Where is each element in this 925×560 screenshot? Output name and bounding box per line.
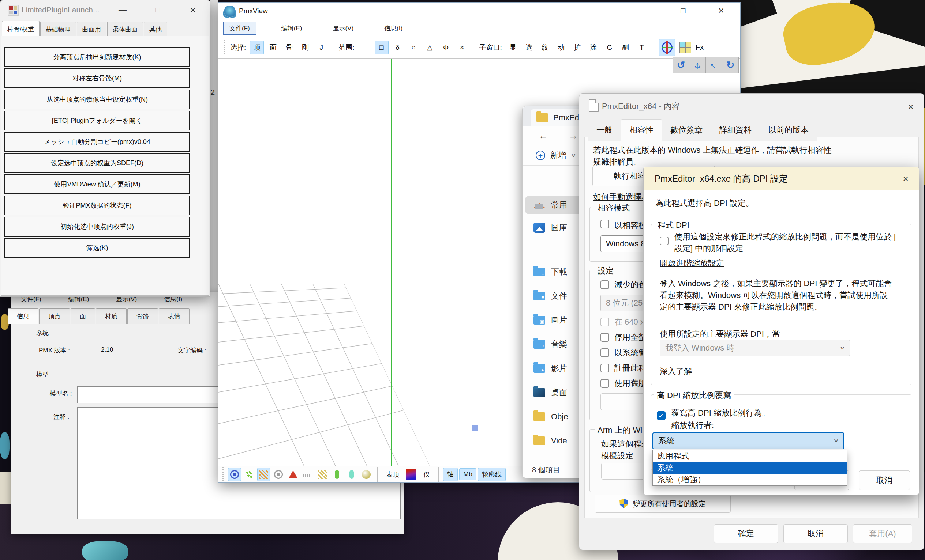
dropdown-option-3[interactable]: 系統（增強） [653,474,847,485]
grey-ring-button[interactable] [272,468,285,481]
plugin-button-7[interactable]: 使用VMDView 确认／更新(M) [5,174,190,194]
toolbar-mode-button[interactable]: 动 [554,41,568,54]
editor-tab-6[interactable]: 表情 [159,308,190,324]
pmxview-menu-3[interactable]: 显示(V) [327,22,359,35]
toolbar-mode-button[interactable]: × [455,41,469,54]
cancel-button[interactable]: 取消 [783,524,848,543]
plugin-button-2[interactable]: 对称左右骨骼(M) [5,68,190,88]
apply-button[interactable]: 套用(A) [853,524,912,543]
properties-tab-4[interactable]: 詳細資料 [711,121,760,141]
toolbar-mode-button[interactable]: ○ [407,41,421,54]
sidebar-item-下載[interactable]: ↓下載 [526,263,585,281]
learn-more-link[interactable]: 深入了解 [660,366,692,377]
sidebar-item-音樂[interactable]: ♪音樂 [526,336,585,353]
properties-tab-1[interactable]: 一般 [588,121,621,141]
dpi-when-dropdown[interactable]: 我登入 Windows 時∨ [660,339,850,356]
fx-button[interactable]: Fx [696,43,704,51]
plugin-tab-3[interactable]: 曲面用 [77,21,107,37]
use-setting-checkbox[interactable] [660,237,669,245]
settings-checkbox[interactable] [600,348,609,357]
toolbar-mode-button[interactable]: □ [375,41,389,54]
plugin-tab-4[interactable]: 柔体曲面 [107,21,143,37]
back-icon[interactable]: ← [539,130,548,141]
axis-view-button[interactable] [658,39,675,56]
red-triangle-button[interactable] [286,468,300,481]
advanced-scaling-link[interactable]: 開啟進階縮放設定 [660,258,724,269]
vertex-point-button[interactable] [228,468,241,481]
plugin-tab-2[interactable]: 基础物理 [40,21,76,37]
grey-wave-button[interactable] [301,468,314,481]
green-capsule-button[interactable] [330,468,343,481]
editor-tab-3[interactable]: 面 [71,308,95,324]
toolbar-mode-button[interactable]: 刚 [298,41,312,54]
toolbar-mode-button[interactable]: 骨 [282,41,296,54]
pan-icon[interactable]: ↔↕ [689,57,706,74]
editor-tab-5[interactable]: 骨骼 [127,308,158,324]
maximize-icon[interactable]: □ [675,3,691,18]
gradient-material-button[interactable] [405,468,418,481]
scaling-performed-by-dropdown[interactable]: 系統∨ [652,432,844,449]
cyan-capsule-button[interactable] [345,468,358,481]
sidebar-item-文件[interactable]: ≡文件 [526,287,585,305]
plugin-tab-5[interactable]: 其他 [144,21,167,37]
maximize-icon[interactable]: □ [150,3,166,17]
settings-checkbox[interactable] [600,379,609,388]
plugin-button-9[interactable]: 初始化选中顶点的权重(J) [5,217,190,237]
dpi-cancel-button[interactable]: 取消 [859,470,910,490]
rotate-icon[interactable]: ↻ [722,57,739,74]
toolbar-grip[interactable] [222,467,224,482]
sidebar-item-桌面[interactable]: 桌面 [526,384,585,401]
dropdown-option-2[interactable]: 系統 [653,462,847,474]
sidebar-item-常用[interactable]: 常用 [526,196,585,214]
plugin-button-5[interactable]: メッシュ自動分割コピー(pmx)v0.04 [5,132,190,152]
toolbar-mode-button[interactable]: 顶 [250,41,264,54]
sidebar-item-圖庫[interactable]: 圖庫 [526,219,585,237]
change-all-users-button[interactable]: 變更所有使用者的設定 [595,495,731,513]
sidebar-item-Vide[interactable]: Vide [526,432,585,450]
toolbar-mode-button[interactable]: 选 [522,41,536,54]
toolbar-mode-button[interactable]: △ [423,41,437,54]
toolbar-mode-button[interactable]: 扩 [571,41,585,54]
toolbar-mode-button[interactable]: 副 [619,41,633,54]
olive-sphere-button[interactable] [360,468,373,481]
toolbar-mode-button[interactable]: · [359,41,372,54]
pmxview-menu-4[interactable]: 信息(I) [378,22,408,35]
sidebar-item-Obje[interactable]: Obje [526,408,585,425]
plugin-button-6[interactable]: 设定选中顶点的权重为SDEF(D) [5,153,190,173]
properties-tab-3[interactable]: 數位簽章 [662,121,711,141]
view-toggle-button-1[interactable]: 轴 [443,468,458,481]
plugin-button-10[interactable]: 筛选(K) [5,238,190,258]
properties-tab-5[interactable]: 以前的版本 [760,121,817,141]
editor-tab-4[interactable]: 材质 [96,308,127,324]
forward-icon[interactable]: → [569,130,578,141]
close-icon[interactable]: × [903,99,919,114]
editor-tab-2[interactable]: 顶点 [39,308,70,324]
editor-tab-1[interactable]: 信息 [8,308,38,324]
toolbar-mode-button[interactable]: 涂 [586,41,600,54]
settings-checkbox[interactable] [600,364,609,372]
green-scatter-button[interactable] [243,468,256,481]
toolbar-mode-button[interactable]: 面 [266,41,280,54]
plugin-button-4[interactable]: [ETC] Pluginフォルダーを開く [5,111,190,131]
sidebar-item-圖片[interactable]: ▣圖片 [526,311,585,329]
close-icon[interactable]: × [713,3,729,18]
orange-hatch-button[interactable] [257,468,270,481]
toolbar-mode-button[interactable]: Φ [439,41,453,54]
override-checkbox[interactable]: ✓ [657,411,666,420]
selection-handle[interactable] [472,425,478,431]
toolbar-mode-button[interactable]: δ [391,41,405,54]
minimize-icon[interactable]: — [640,3,656,18]
quad-view-button[interactable] [678,40,693,55]
settings-checkbox[interactable] [600,318,609,326]
toolbar-mode-button[interactable]: J [314,41,328,54]
view-toggle-button-2[interactable]: Mb [459,468,476,480]
plugin-button-8[interactable]: 验证PMX数据的状态(F) [5,195,190,215]
toolbar-mode-button[interactable]: 显 [506,41,520,54]
plugin-tab-1[interactable]: 棒骨/权重 [2,21,39,37]
ok-button[interactable]: 確定 [714,524,778,543]
toolbar-mode-button[interactable]: 纹 [538,41,552,54]
surface-vertex-button[interactable]: 表顶 [382,468,403,481]
properties-tab-2[interactable]: 相容性 [621,119,662,140]
yellow-hatch-button[interactable] [316,468,329,481]
plugin-button-1[interactable]: 分离顶点后抽出到新建材质(K) [5,47,190,67]
